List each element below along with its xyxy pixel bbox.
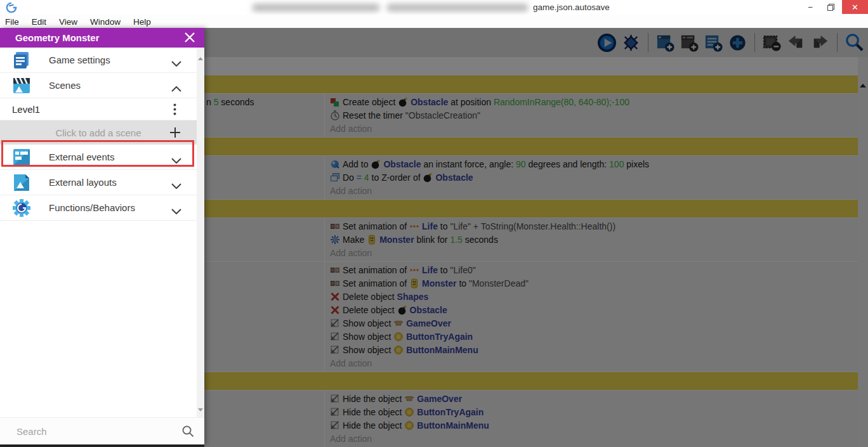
menu-view[interactable]: View [53, 17, 84, 27]
sidebar-item-functions-behaviors[interactable]: Functions/Behaviors [0, 195, 197, 221]
menu-edit[interactable]: Edit [25, 17, 53, 27]
sidebar-item-label: External events [49, 152, 114, 162]
chevron-up-icon [171, 83, 181, 94]
plus-icon [169, 127, 181, 141]
sidebar-item-external-events[interactable]: External events [0, 145, 197, 170]
sidebar-item-label: Functions/Behaviors [49, 202, 135, 213]
close-window-button[interactable]: ✕ [842, 0, 868, 14]
close-icon[interactable] [184, 32, 195, 43]
scroll-up-icon[interactable] [198, 51, 203, 63]
sidebar-scrollbar[interactable] [197, 48, 204, 418]
project-manager-list: Game settings Scenes Level1 [0, 48, 197, 418]
external-events-icon [11, 147, 32, 167]
menu-help[interactable]: Help [127, 17, 157, 27]
chevron-down-icon [171, 205, 181, 217]
functions-behaviors-icon [11, 198, 32, 218]
scene-item-level1[interactable]: Level1 [0, 98, 197, 120]
sidebar-item-external-layouts[interactable]: External layouts [0, 170, 197, 195]
add-scene-label: Click to add a scene [55, 127, 141, 138]
scene-name: Level1 [12, 104, 40, 115]
scroll-down-icon[interactable] [198, 403, 203, 414]
menu-bar: FileEditViewWindowHelp [0, 15, 868, 28]
blurred-title-segment [387, 4, 528, 11]
app-logo-icon [6, 2, 17, 13]
title-bar: game.json.autosave – ✕ [0, 0, 868, 15]
project-title: Geometry Monster [15, 32, 100, 43]
project-manager-header: Geometry Monster [0, 28, 204, 48]
main-area: n 5 secondsCreate object Obstacle at pos… [0, 28, 868, 447]
search-input[interactable] [15, 425, 164, 437]
window-title: game.json.autosave [533, 3, 610, 12]
sidebar-search [0, 417, 204, 444]
scenes-icon [11, 75, 32, 96]
restore-button[interactable] [821, 0, 840, 14]
blurred-title-segment [253, 4, 379, 11]
minimize-button[interactable]: – [801, 0, 820, 14]
add-scene-button[interactable]: Click to add a scene [0, 120, 197, 145]
chevron-down-icon [171, 58, 181, 69]
chevron-down-icon [171, 155, 181, 166]
search-icon[interactable] [181, 425, 194, 437]
external-layouts-icon [11, 172, 32, 193]
game-settings-icon [11, 50, 32, 70]
menu-file[interactable]: File [0, 17, 25, 27]
sidebar-item-label: External layouts [49, 177, 117, 188]
kebab-menu-icon[interactable] [173, 103, 176, 118]
project-manager-drawer: Geometry Monster Game settings [0, 28, 204, 444]
sidebar-item-game-settings[interactable]: Game settings [0, 48, 197, 73]
chevron-down-icon [171, 180, 181, 191]
sidebar-item-label: Game settings [49, 55, 110, 65]
menu-window[interactable]: Window [84, 17, 127, 27]
sidebar-item-scenes[interactable]: Scenes [0, 73, 197, 98]
sidebar-item-label: Scenes [49, 80, 81, 91]
